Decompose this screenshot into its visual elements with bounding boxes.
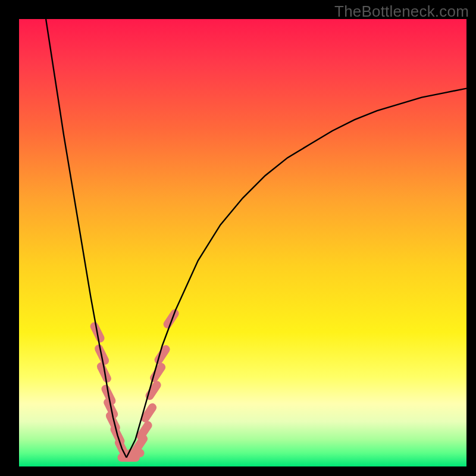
marker-dot — [141, 425, 148, 436]
bottleneck-curve-left — [46, 19, 126, 458]
plot-area — [19, 19, 466, 466]
chart-frame: TheBottleneck.com — [0, 0, 476, 476]
bottleneck-curve-right — [126, 89, 466, 458]
watermark-text: TheBottleneck.com — [334, 2, 469, 21]
curve-layer — [19, 19, 466, 466]
marker-dot — [145, 408, 152, 418]
marker-dot — [136, 439, 143, 449]
